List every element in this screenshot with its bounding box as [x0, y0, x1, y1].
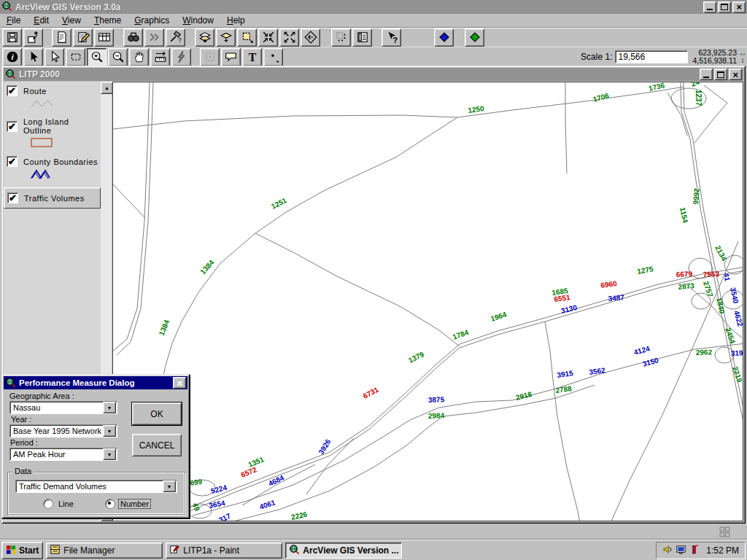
- svg-text:7563: 7563: [703, 270, 720, 279]
- menu-window[interactable]: Window: [176, 14, 220, 27]
- radio-icon[interactable]: [43, 499, 53, 509]
- red-device-icon[interactable]: [689, 544, 700, 556]
- data-groupbox: Data Traffic Demand Volumes Line Number: [7, 472, 185, 515]
- dialog-close-icon[interactable]: [173, 377, 186, 389]
- line-radio[interactable]: Line: [43, 499, 75, 509]
- open-table-button[interactable]: [94, 28, 114, 47]
- cancel-button[interactable]: CANCEL: [132, 434, 182, 456]
- task-file-manager[interactable]: File Manager: [46, 542, 163, 559]
- legend-item-county-boundaries[interactable]: ✔County Boundaries: [4, 152, 101, 184]
- menu-graphics[interactable]: Graphics: [128, 14, 176, 27]
- task-litp1a-paint[interactable]: LITP1a - Paint: [166, 542, 282, 559]
- theme-checkbox[interactable]: ✔: [7, 85, 18, 96]
- doc-maximize-icon[interactable]: [714, 69, 727, 80]
- zoom-full-extent-button[interactable]: [195, 28, 214, 47]
- period-select[interactable]: AM Peak Hour: [9, 448, 117, 461]
- toolbar-buttons: ??: [0, 28, 747, 47]
- speaker-icon[interactable]: [662, 544, 673, 556]
- year-select[interactable]: Base Year 1995 Network: [9, 424, 117, 438]
- callout-tool[interactable]: [221, 48, 241, 66]
- measure-tool[interactable]: [150, 48, 170, 66]
- menu-edit[interactable]: Edit: [27, 14, 55, 27]
- identify-tool[interactable]: i: [2, 48, 22, 66]
- menu-theme[interactable]: Theme: [88, 14, 128, 27]
- help-pointer-button[interactable]: ?: [382, 28, 401, 47]
- text-tool[interactable]: T: [242, 48, 262, 66]
- zoom-in-fixed-button[interactable]: [258, 28, 278, 47]
- blue-diamond-button[interactable]: [434, 28, 454, 47]
- doc-close-icon[interactable]: [729, 69, 742, 80]
- find-button[interactable]: [123, 28, 143, 47]
- geographic-area-select[interactable]: Nassau: [9, 401, 117, 414]
- save-button[interactable]: [2, 28, 22, 47]
- arcview-dialog-icon: [5, 377, 16, 389]
- ok-button[interactable]: OK: [132, 402, 182, 425]
- dropdown-arrow-icon[interactable]: [103, 448, 116, 460]
- y-coordinate: 4,516,938.11: [692, 57, 737, 65]
- legend-item-route[interactable]: ✔Route: [4, 82, 101, 114]
- display-icon[interactable]: [676, 544, 686, 556]
- select-box-tool[interactable]: [66, 48, 85, 66]
- locate-button[interactable]: [144, 28, 164, 47]
- maximize-icon[interactable]: [718, 1, 731, 13]
- zoom-previous-button[interactable]: [301, 28, 320, 47]
- menu-file[interactable]: File: [0, 14, 27, 27]
- zoom-selected-button[interactable]: [237, 28, 257, 47]
- save-icon: [6, 31, 19, 44]
- theme-checkbox[interactable]: ✔: [7, 192, 18, 203]
- scroll-up-icon[interactable]: [101, 82, 113, 94]
- close-icon[interactable]: [732, 1, 746, 13]
- svg-text:?: ?: [392, 36, 398, 44]
- scale-input[interactable]: [615, 50, 688, 63]
- zoom-active-icon: [220, 31, 233, 44]
- hotlink-tool[interactable]: [171, 48, 191, 66]
- theme-properties-button[interactable]: [52, 28, 71, 47]
- minimize-icon[interactable]: [703, 1, 716, 13]
- svg-text:6: 6: [743, 271, 743, 279]
- theme-checkbox[interactable]: ✔: [7, 121, 18, 132]
- zoom-active-theme-button[interactable]: [216, 28, 236, 47]
- data-select[interactable]: Traffic Demand Volumes: [15, 480, 177, 493]
- query-builder-button[interactable]: ?: [166, 28, 185, 47]
- green-diamond-button[interactable]: [465, 28, 484, 47]
- period-label: Period :: [10, 438, 38, 447]
- start-button[interactable]: Start: [1, 542, 43, 559]
- zoom-out-fixed-button[interactable]: [279, 28, 299, 47]
- select-features-button[interactable]: [331, 28, 351, 47]
- radio-selected-icon[interactable]: [105, 499, 115, 509]
- vertex-edit-tool[interactable]: [44, 48, 64, 66]
- task-label: File Manager: [63, 545, 115, 556]
- point-tool[interactable]: [263, 48, 283, 66]
- dialog-title: Performance Measure Dialog: [19, 378, 173, 387]
- dropdown-arrow-icon[interactable]: [163, 481, 176, 492]
- pointer-tool[interactable]: [23, 48, 43, 66]
- label-tool[interactable]: [200, 48, 220, 66]
- arcview-app-icon: [1, 1, 12, 13]
- file-manager-icon: [50, 544, 63, 557]
- theme-checkbox[interactable]: ✔: [7, 156, 18, 167]
- task-arcview-gis-version-[interactable]: ArcView GIS Version ...: [285, 542, 402, 559]
- zoom-out-icon: [112, 50, 125, 63]
- svg-text:6960: 6960: [600, 279, 618, 289]
- theme-label: Route: [23, 87, 47, 96]
- dropdown-arrow-icon[interactable]: [103, 425, 116, 437]
- svg-text:2873: 2873: [678, 281, 695, 291]
- zoom-in-tool[interactable]: [87, 48, 107, 66]
- app-titlebar: ArcView GIS Version 3.0a: [0, 0, 747, 14]
- menu-view[interactable]: View: [55, 14, 88, 27]
- add-theme-button[interactable]: [23, 28, 43, 47]
- zoom-in-fixed-icon: [262, 31, 275, 44]
- menu-help[interactable]: Help: [220, 14, 252, 27]
- doc-minimize-icon[interactable]: [700, 69, 713, 80]
- legend-item-traffic-volumes[interactable]: ✔Traffic Volumes: [4, 187, 101, 209]
- svg-text:41: 41: [722, 272, 732, 281]
- edit-legend-button[interactable]: [73, 28, 93, 47]
- number-radio[interactable]: Number: [105, 499, 150, 509]
- dropdown-arrow-icon[interactable]: [103, 402, 116, 413]
- legend-item-long-island-outline[interactable]: ✔Long Island Outline: [4, 114, 101, 152]
- show-windows-button[interactable]: [352, 28, 372, 47]
- pan-tool[interactable]: [129, 48, 149, 66]
- zoom-out-tool[interactable]: [108, 48, 128, 66]
- map-view[interactable]: 1250170617362412371251138413842666115421…: [112, 82, 743, 521]
- app-title: ArcView GIS Version 3.0a: [15, 2, 703, 12]
